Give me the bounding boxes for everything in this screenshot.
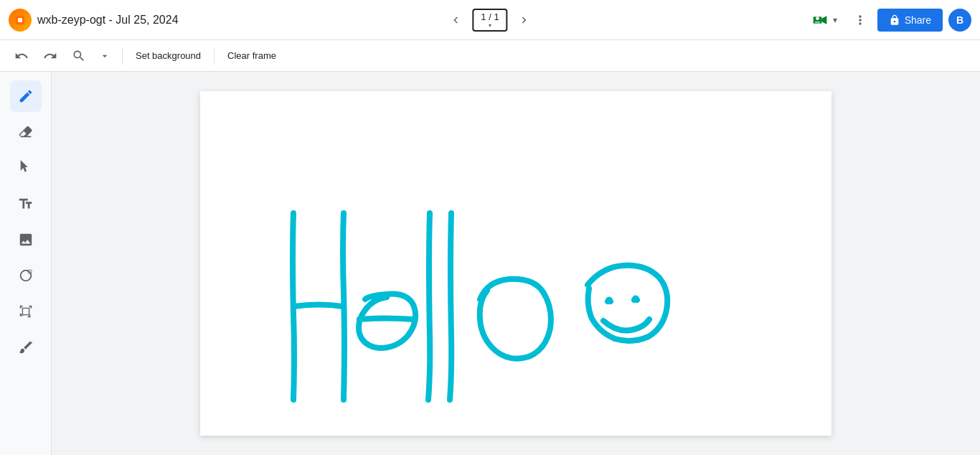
zoom-button[interactable] <box>66 44 92 67</box>
share-button[interactable]: Share <box>877 9 943 32</box>
svg-rect-1 <box>18 18 22 22</box>
shape-tool-button[interactable] <box>10 260 42 291</box>
meet-icon <box>810 10 830 30</box>
laser-pointer-tool-button[interactable] <box>10 332 42 363</box>
app-logo <box>9 9 32 32</box>
canvas-area[interactable] <box>52 72 980 455</box>
zoom-group <box>66 44 116 67</box>
user-avatar[interactable]: B <box>948 9 971 32</box>
more-options-button[interactable] <box>849 9 872 32</box>
meet-dropdown-icon: ▾ <box>833 15 837 25</box>
frame-tool-button[interactable] <box>10 296 42 327</box>
image-tool-button[interactable] <box>10 224 42 255</box>
toolbar-divider-2 <box>214 47 215 65</box>
svg-point-4 <box>20 271 31 281</box>
main-content <box>0 72 980 455</box>
redo-button[interactable] <box>37 44 63 67</box>
canvas-drawing <box>200 91 831 436</box>
pen-tool-button[interactable] <box>10 80 42 112</box>
lock-icon <box>889 14 900 26</box>
set-background-button[interactable]: Set background <box>128 46 208 65</box>
slide-counter: 1 / 1 ▾ <box>472 9 507 32</box>
prev-slide-button[interactable] <box>445 9 466 31</box>
header: wxb-zeyp-ogt - Jul 25, 2024 1 / 1 ▾ ▾ <box>0 0 980 40</box>
select-tool-button[interactable] <box>10 152 42 184</box>
svg-point-3 <box>816 17 819 20</box>
document-title: wxb-zeyp-ogt - Jul 25, 2024 <box>37 14 798 27</box>
logo-icon <box>14 14 27 27</box>
toolbar-divider <box>122 47 123 65</box>
eraser-tool-button[interactable] <box>10 116 42 148</box>
meet-button[interactable]: ▾ <box>804 6 843 34</box>
undo-button[interactable] <box>9 44 34 67</box>
sidebar <box>0 72 52 455</box>
header-right: ▾ Share B <box>804 6 971 34</box>
next-slide-button[interactable] <box>514 9 535 31</box>
toolbar: Set background Clear frame <box>0 40 980 72</box>
textbox-tool-button[interactable] <box>10 188 42 220</box>
slide-navigation: 1 / 1 ▾ <box>445 9 534 32</box>
canvas-frame[interactable] <box>200 91 831 436</box>
clear-frame-button[interactable]: Clear frame <box>220 46 283 65</box>
zoom-dropdown-button[interactable] <box>93 46 116 66</box>
